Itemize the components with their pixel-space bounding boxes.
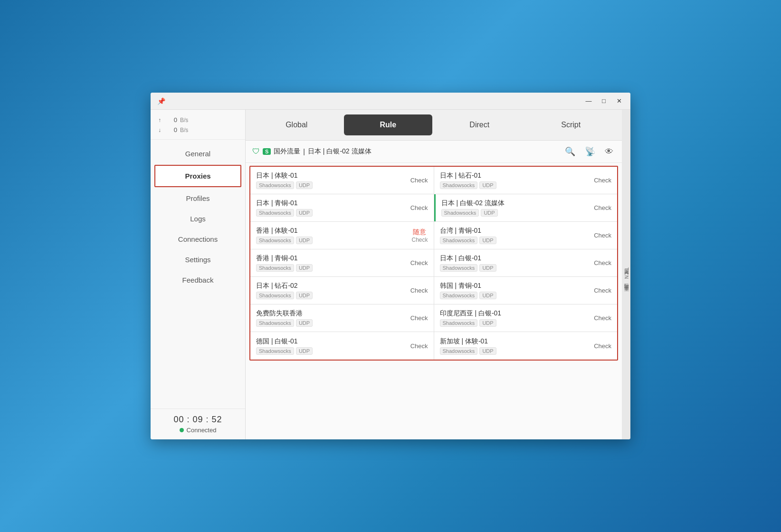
maximize-button[interactable]: □ <box>596 95 611 108</box>
close-button[interactable]: ✕ <box>611 95 627 108</box>
udp-tag: UDP <box>479 292 496 299</box>
upload-unit: B/s <box>180 116 188 125</box>
proxy-item-tags: Shadowsocks UDP <box>256 181 313 189</box>
proxy-item[interactable]: 德国 | 白银-01 Shadowsocks UDP Check <box>250 332 434 360</box>
search-icon[interactable]: 🔍 <box>563 145 577 158</box>
status-label: Connected <box>187 427 217 434</box>
proxy-item[interactable]: 日本 | 钻石-01 Shadowsocks UDP Check <box>434 167 618 194</box>
proxy-item-tags: Shadowsocks UDP <box>256 347 313 355</box>
random-label: 随意 <box>413 228 426 237</box>
proxy-group-selected: 日本 | 白银-02 流媒体 <box>308 147 371 156</box>
proxy-item[interactable]: 日本 | 白银-01 Shadowsocks UDP Check <box>434 249 618 276</box>
protocol-tag: Shadowsocks <box>441 209 479 217</box>
proxy-item-name: 香港 | 体験-01 <box>256 227 313 235</box>
proxy-item-selected[interactable]: 日本 | 白银-02 流媒体 Shadowsocks UDP Check <box>434 194 618 221</box>
check-button[interactable]: Check <box>410 204 428 211</box>
connection-status: Connected <box>158 427 238 434</box>
proxy-item-name: 日本 | 钻石-01 <box>440 171 496 180</box>
check-button[interactable]: Check <box>594 177 611 184</box>
connection-timer: 00 : 09 : 52 <box>158 415 238 425</box>
proxy-item[interactable]: 免费防失联香港 Shadowsocks UDP Check <box>250 304 434 332</box>
proxy-item[interactable]: 韩国 | 青铜-01 Shadowsocks UDP Check <box>434 277 618 304</box>
proxy-item-info: 日本 | 青铜-01 Shadowsocks UDP <box>256 199 313 217</box>
protocol-tag: Shadowsocks <box>440 264 478 272</box>
pin-icon[interactable]: 📌 <box>154 95 168 108</box>
protocol-tag: Shadowsocks <box>256 209 294 217</box>
check-button[interactable]: Check <box>594 204 611 211</box>
protocol-tag: Shadowsocks <box>440 181 478 189</box>
sidebar-item-settings[interactable]: Settings <box>151 249 245 270</box>
proxy-header-actions: 🔍 📡 👁 <box>563 145 615 158</box>
right-sidebar-text: 国具TYN际国至重 <box>623 266 629 284</box>
proxy-item-info: 印度尼西亚 | 白银-01 Shadowsocks UDP <box>440 309 502 327</box>
check-button[interactable]: Check <box>411 237 428 243</box>
upload-arrow-icon: ↑ <box>158 116 161 125</box>
udp-tag: UDP <box>296 292 313 299</box>
udp-tag: UDP <box>481 209 497 217</box>
check-button[interactable]: Check <box>594 232 611 239</box>
proxy-item-name: 韩国 | 青铜-01 <box>440 282 496 290</box>
protocol-tag: Shadowsocks <box>256 181 294 189</box>
udp-tag: UDP <box>479 181 496 189</box>
proxy-item-info: 香港 | 青铜-01 Shadowsocks UDP <box>256 254 313 272</box>
mode-direct-button[interactable]: Direct <box>435 114 524 135</box>
proxy-item-tags: Shadowsocks UDP <box>440 347 496 355</box>
mode-rule-button[interactable]: Rule <box>344 114 433 135</box>
proxy-item-tags: Shadowsocks UDP <box>256 319 313 327</box>
sidebar-item-general[interactable]: General <box>151 143 245 164</box>
proxy-item[interactable]: 印度尼西亚 | 白银-01 Shadowsocks UDP Check <box>434 304 618 332</box>
proxy-item[interactable]: 香港 | 青铜-01 Shadowsocks UDP Check <box>250 249 434 276</box>
protocol-tag: Shadowsocks <box>256 237 294 244</box>
sidebar-item-proxies[interactable]: Proxies <box>154 165 241 187</box>
check-button[interactable]: Check <box>594 342 611 350</box>
right-sidebar: 国具TYN际国至重 <box>622 110 630 439</box>
check-button[interactable]: Check <box>594 314 611 322</box>
proxy-item-name: 台湾 | 青铜-01 <box>440 227 496 235</box>
proxy-item-name: 免费防失联香港 <box>256 309 313 318</box>
sidebar-nav: General Proxies Profiles Logs Connection… <box>151 140 245 408</box>
sidebar: ↑ 0 B/s ↓ 0 B/s General Proxies Profiles… <box>151 110 246 439</box>
mode-script-button[interactable]: Script <box>527 114 616 135</box>
wifi-icon[interactable]: 📡 <box>583 145 597 158</box>
proxy-item-name: 日本 | 白银-02 流媒体 <box>441 199 505 208</box>
udp-tag: UDP <box>296 319 313 327</box>
eye-icon[interactable]: 👁 <box>603 145 615 158</box>
proxy-item-name: 日本 | 白银-01 <box>440 254 496 263</box>
download-stat: ↓ 0 B/s <box>158 125 238 135</box>
proxy-group-icon: 🛡 <box>252 147 260 156</box>
proxy-item[interactable]: 日本 | 青铜-01 Shadowsocks UDP Check <box>250 194 434 221</box>
status-dot-icon <box>180 428 184 432</box>
protocol-tag: Shadowsocks <box>440 319 478 327</box>
check-button[interactable]: Check <box>410 177 428 184</box>
sidebar-item-connections[interactable]: Connections <box>151 229 245 249</box>
sidebar-item-logs[interactable]: Logs <box>151 209 245 229</box>
proxy-item-info: 日本 | 钻石-02 Shadowsocks UDP <box>256 282 313 299</box>
check-button[interactable]: Check <box>410 259 428 266</box>
proxy-item[interactable]: 香港 | 体験-01 Shadowsocks UDP 随意 Check <box>250 222 434 249</box>
proxy-grid: 日本 | 体験-01 Shadowsocks UDP Check 日本 | 钻石… <box>249 166 618 361</box>
sidebar-item-profiles[interactable]: Profiles <box>151 188 245 209</box>
check-button[interactable]: Check <box>594 287 611 294</box>
check-button[interactable]: Check <box>410 287 428 294</box>
proxy-item[interactable]: 日本 | 钻石-02 Shadowsocks UDP Check <box>250 277 434 304</box>
proxy-item[interactable]: 台湾 | 青铜-01 Shadowsocks UDP Check <box>434 222 618 249</box>
check-button[interactable]: Check <box>410 342 428 350</box>
proxy-item[interactable]: 日本 | 体験-01 Shadowsocks UDP Check <box>250 167 434 194</box>
proxy-group-name: 国外流量 <box>274 147 300 156</box>
udp-tag: UDP <box>479 237 496 244</box>
proxy-list-area[interactable]: 日本 | 体験-01 Shadowsocks UDP Check 日本 | 钻石… <box>246 163 622 439</box>
proxy-item-tags: Shadowsocks UDP <box>256 209 313 217</box>
proxy-group-header: 🛡 S 国外流量 | 日本 | 白银-02 流媒体 🔍 📡 👁 <box>246 141 622 163</box>
check-button[interactable]: Check <box>594 259 611 266</box>
sidebar-item-feedback[interactable]: Feedback <box>151 270 245 290</box>
minimize-button[interactable]: — <box>581 95 596 108</box>
main-window: 📌 — □ ✕ ↑ 0 B/s ↓ 0 B/s General Prox <box>151 93 630 439</box>
mode-global-button[interactable]: Global <box>252 114 341 135</box>
proxy-item[interactable]: 新加坡 | 体験-01 Shadowsocks UDP Check <box>434 332 618 360</box>
udp-tag: UDP <box>296 237 313 244</box>
udp-tag: UDP <box>296 264 313 272</box>
proxy-item-name: 香港 | 青铜-01 <box>256 254 313 263</box>
proxy-group-badge: S <box>263 148 271 155</box>
check-button[interactable]: Check <box>410 314 428 322</box>
stats-panel: ↑ 0 B/s ↓ 0 B/s <box>151 110 245 140</box>
